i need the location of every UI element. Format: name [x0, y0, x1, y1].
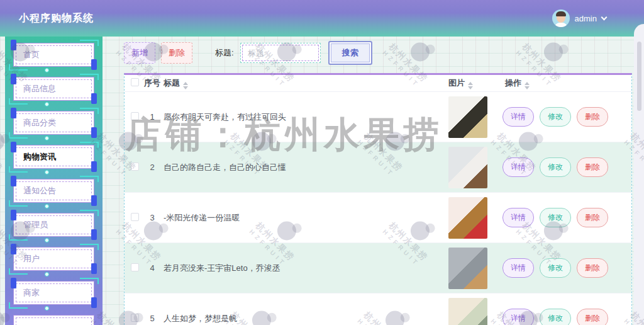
title-input-wrap [240, 43, 321, 63]
corner-accent [11, 74, 16, 84]
row-checkbox[interactable] [131, 213, 139, 221]
edit-button[interactable]: 修改 [540, 258, 571, 278]
row-number: 2 [141, 162, 164, 172]
sidebar-item-label: 商品分类 [23, 117, 56, 128]
corner-accent [80, 74, 99, 80]
table-body: 1愿你有明天可奔赴，有过往可回头详情修改删除2自己的路自己走，自己的心自己懂详情… [125, 92, 631, 325]
sidebar-item-label: 通知公告 [23, 185, 56, 197]
edit-button[interactable]: 修改 [540, 107, 571, 127]
app-title: 小程序购物系统 [19, 12, 94, 25]
corner-accent [91, 263, 97, 274]
sidebar-item-2[interactable]: 商品分类 [13, 111, 94, 135]
corner-accent [11, 108, 16, 118]
column-header-title: 标题 [164, 77, 440, 89]
sidebar-item-1[interactable]: 商品信息 [13, 77, 94, 101]
corner-accent [9, 302, 28, 309]
chevron-down-icon [601, 14, 608, 20]
detail-button[interactable]: 详情 [502, 208, 534, 227]
sidebar-item-label: 管理员 [23, 219, 48, 231]
edit-button[interactable]: 修改 [540, 208, 571, 227]
sidebar-item-5[interactable]: 管理员 [13, 213, 94, 237]
user-name: admin [575, 14, 597, 23]
search-button[interactable]: 搜索 [328, 41, 372, 65]
row-number: 1 [141, 112, 164, 122]
row-checkbox[interactable] [131, 112, 139, 120]
data-table: 序号 标题 图片 操作 1愿你有明天可奔赴，有过往可回头详情修改删除2自己的路自… [124, 73, 632, 325]
user-avatar [552, 9, 570, 27]
detail-button[interactable]: 详情 [502, 258, 534, 278]
column-header-action-label: 操作 [505, 78, 521, 88]
edit-button[interactable]: 修改 [540, 157, 571, 177]
table-header-row: 序号 标题 图片 操作 [125, 75, 631, 92]
sidebar-item-label: 商品信息 [23, 83, 56, 94]
sidebar: 首页商品信息商品分类购物资讯通知公告管理员用户商家 [5, 37, 103, 325]
row-title: 人生如梦，梦想是帆 [164, 313, 440, 324]
row-image-pet-water-fountain[interactable] [448, 298, 487, 325]
table-row-2: 2自己的路自己走，自己的心自己懂详情修改删除 [125, 142, 631, 193]
sidebar-item-label: 购物资讯 [23, 151, 56, 162]
corner-accent [9, 64, 28, 71]
toolbar: 新增 删除 标题: 搜索 [124, 43, 632, 63]
row-delete-button[interactable]: 删除 [577, 208, 608, 227]
row-image-dog-with-crown-and-gifts[interactable] [448, 197, 487, 239]
row-delete-button[interactable]: 删除 [577, 157, 608, 177]
column-header-no: 序号 [141, 77, 164, 89]
corner-accent [91, 229, 97, 240]
add-button[interactable]: 新增 [124, 42, 155, 64]
row-delete-button[interactable]: 删除 [577, 258, 608, 278]
sidebar-item-partial[interactable] [13, 315, 94, 325]
corner-accent [91, 297, 97, 308]
table-row-3: 3-米阳光传递一份温暖详情修改删除 [125, 193, 631, 243]
column-header-title-label: 标题 [164, 78, 180, 88]
corner-accent [91, 161, 97, 172]
table-row-1: 1愿你有明天可奔赴，有过往可回头详情修改删除 [125, 92, 631, 142]
corner-accent [80, 142, 99, 148]
corner-accent [11, 278, 16, 288]
corner-accent [9, 166, 28, 173]
scrollbar-track[interactable] [634, 24, 644, 325]
row-checkbox[interactable] [131, 263, 139, 271]
row-image-pet-chew-sticks-product[interactable] [448, 96, 487, 138]
corner-accent [9, 98, 28, 105]
row-title: -米阳光传递一份温暖 [164, 212, 440, 224]
row-title: 自己的路自己走，自己的心自己懂 [164, 162, 440, 173]
delete-button[interactable]: 删除 [161, 42, 192, 64]
scrollbar-thumb[interactable] [637, 42, 641, 111]
detail-button[interactable]: 详情 [502, 107, 534, 127]
sidebar-item-7[interactable]: 商家 [13, 281, 94, 305]
sort-title-control[interactable] [183, 82, 188, 89]
user-menu[interactable]: admin [552, 9, 606, 27]
row-image-dogs-eating-from-bowl[interactable] [448, 147, 487, 188]
sidebar-item-0[interactable]: 首页 [13, 43, 94, 67]
row-checkbox[interactable] [131, 162, 139, 171]
corner-accent [80, 176, 99, 182]
select-all-checkbox[interactable] [131, 78, 139, 86]
sidebar-item-label: 首页 [23, 49, 40, 60]
corner-accent [9, 268, 28, 275]
row-checkbox[interactable] [131, 314, 139, 322]
column-header-image: 图片 [440, 77, 502, 89]
row-delete-button[interactable]: 删除 [577, 309, 608, 325]
title-search-input[interactable] [242, 45, 319, 61]
row-title: 若月亮没来-王宇宙Leto，乔浚丞 [164, 263, 440, 274]
row-number: 5 [141, 314, 164, 323]
column-header-image-label: 图片 [448, 78, 465, 88]
corner-accent [11, 142, 16, 152]
sidebar-item-6[interactable]: 用户 [13, 247, 94, 271]
sidebar-item-3[interactable]: 购物资讯 [13, 145, 94, 169]
corner-accent [91, 195, 97, 206]
sort-image-control[interactable] [468, 82, 473, 89]
avatar-shirt [555, 23, 567, 27]
row-image-dog-in-dryer-machine[interactable] [448, 248, 487, 289]
detail-button[interactable]: 详情 [502, 157, 534, 177]
corner-accent [9, 234, 28, 241]
sidebar-item-4[interactable]: 通知公告 [13, 179, 94, 203]
sidebar-item-label: 商家 [23, 287, 40, 299]
row-delete-button[interactable]: 删除 [577, 107, 608, 127]
corner-accent [11, 210, 16, 220]
corner-accent [9, 132, 28, 139]
detail-button[interactable]: 详情 [502, 309, 534, 325]
title-field-label: 标题: [215, 47, 234, 59]
edit-button[interactable]: 修改 [540, 309, 571, 325]
sort-action-control[interactable] [525, 82, 530, 89]
